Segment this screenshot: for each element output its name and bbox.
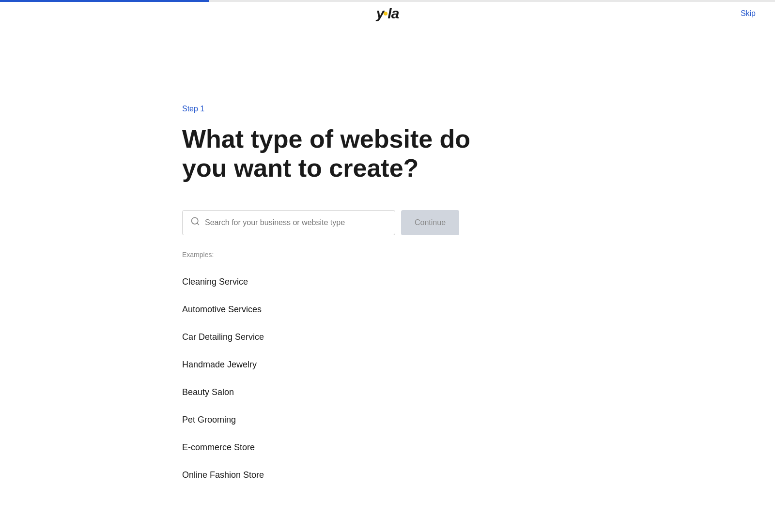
examples-list: Cleaning Service Automotive Services Car… bbox=[182, 268, 775, 489]
skip-button[interactable]: Skip bbox=[741, 9, 756, 18]
search-icon bbox=[190, 216, 200, 228]
logo-text: y bbox=[376, 5, 384, 21]
search-input-wrapper bbox=[182, 210, 395, 235]
example-item[interactable]: Pet Grooming bbox=[182, 406, 775, 434]
progress-bar-fill bbox=[0, 0, 209, 2]
svg-line-1 bbox=[197, 223, 199, 225]
logo: yla bbox=[376, 5, 399, 22]
example-item[interactable]: E-commerce Store bbox=[182, 434, 775, 461]
search-container: Continue bbox=[182, 210, 775, 235]
example-item[interactable]: Handmade Jewelry bbox=[182, 351, 775, 379]
header: yla Skip bbox=[0, 0, 775, 27]
examples-label: Examples: bbox=[182, 251, 775, 258]
progress-bar-container bbox=[0, 0, 775, 2]
continue-button[interactable]: Continue bbox=[401, 210, 459, 235]
example-item[interactable]: Cleaning Service bbox=[182, 268, 775, 296]
search-input[interactable] bbox=[205, 218, 387, 227]
example-item[interactable]: Beauty Salon bbox=[182, 379, 775, 406]
step-label: Step 1 bbox=[182, 105, 775, 113]
example-item[interactable]: Online Fashion Store bbox=[182, 461, 775, 489]
page-title: What type of website do you want to crea… bbox=[182, 125, 473, 183]
logo-text-rest: la bbox=[388, 5, 399, 21]
example-item[interactable]: Automotive Services bbox=[182, 296, 775, 323]
main-content: Step 1 What type of website do you want … bbox=[0, 27, 775, 489]
example-item[interactable]: Car Detailing Service bbox=[182, 323, 775, 351]
